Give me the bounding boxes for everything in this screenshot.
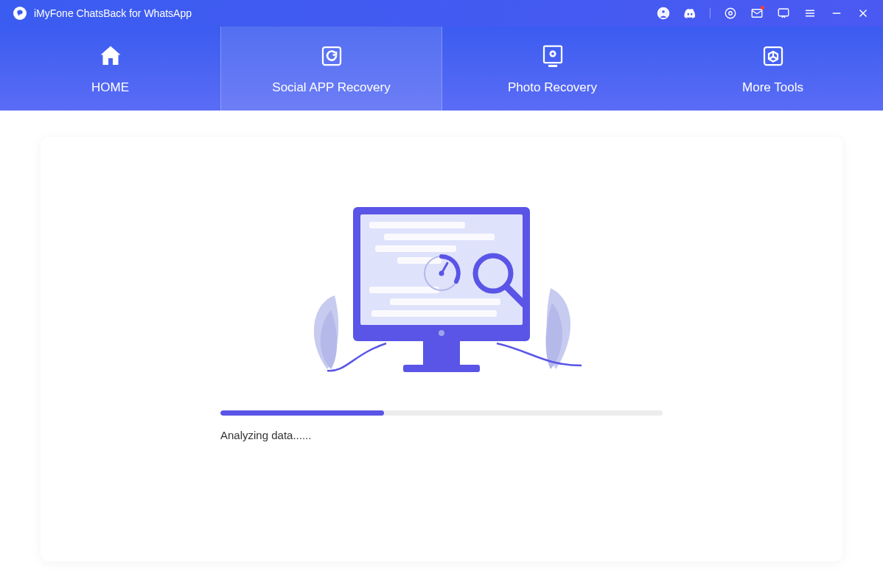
minimize-icon[interactable] xyxy=(830,7,843,20)
feedback-icon[interactable] xyxy=(777,7,790,20)
close-icon[interactable] xyxy=(856,7,870,20)
nav-home[interactable]: HOME xyxy=(0,27,220,111)
nav-label: Photo Recovery xyxy=(508,80,597,95)
nav-social-app-recovery[interactable]: Social APP Recovery xyxy=(220,27,442,111)
svg-point-23 xyxy=(439,330,444,336)
photo-icon xyxy=(540,42,566,70)
progress-section: Analyzing data...... xyxy=(220,410,663,441)
progress-bar xyxy=(220,410,663,416)
nav-label: More Tools xyxy=(742,80,803,95)
progress-fill xyxy=(220,410,384,416)
app-logo-icon xyxy=(13,7,27,20)
svg-rect-20 xyxy=(403,365,480,372)
titlebar: iMyFone ChatsBack for WhatsApp xyxy=(0,0,883,27)
nav-photo-recovery[interactable]: Photo Recovery xyxy=(442,27,663,111)
notification-dot-icon xyxy=(761,6,764,10)
svg-rect-29 xyxy=(390,298,500,305)
svg-point-2 xyxy=(661,10,665,13)
svg-rect-24 xyxy=(369,222,465,228)
main-card: Analyzing data...... xyxy=(41,137,842,561)
titlebar-right xyxy=(657,7,870,20)
home-icon xyxy=(97,42,124,70)
mail-icon[interactable] xyxy=(750,7,764,20)
menu-icon[interactable] xyxy=(803,7,817,20)
svg-rect-26 xyxy=(375,245,456,252)
titlebar-left: iMyFone ChatsBack for WhatsApp xyxy=(13,7,192,20)
discord-icon[interactable] xyxy=(683,7,697,20)
tools-icon xyxy=(760,42,786,70)
account-icon[interactable] xyxy=(657,7,670,20)
analyzing-illustration xyxy=(257,200,626,384)
main-nav: HOME Social APP Recovery Photo Recovery … xyxy=(0,27,883,111)
titlebar-divider xyxy=(710,8,711,18)
settings-icon[interactable] xyxy=(724,7,737,20)
status-text: Analyzing data...... xyxy=(220,429,663,441)
svg-rect-19 xyxy=(423,338,460,366)
content-area: Analyzing data...... xyxy=(0,111,883,588)
svg-point-16 xyxy=(551,52,554,55)
app-title: iMyFone ChatsBack for WhatsApp xyxy=(34,7,192,19)
svg-rect-6 xyxy=(778,9,789,16)
nav-label: Social APP Recovery xyxy=(272,80,390,95)
svg-rect-13 xyxy=(323,47,341,65)
nav-more-tools[interactable]: More Tools xyxy=(663,27,883,111)
svg-rect-28 xyxy=(369,287,439,293)
svg-point-4 xyxy=(729,12,733,15)
svg-point-3 xyxy=(725,8,736,18)
svg-rect-25 xyxy=(384,234,495,240)
refresh-icon xyxy=(318,42,345,70)
svg-rect-30 xyxy=(371,310,497,317)
nav-label: HOME xyxy=(91,80,129,95)
